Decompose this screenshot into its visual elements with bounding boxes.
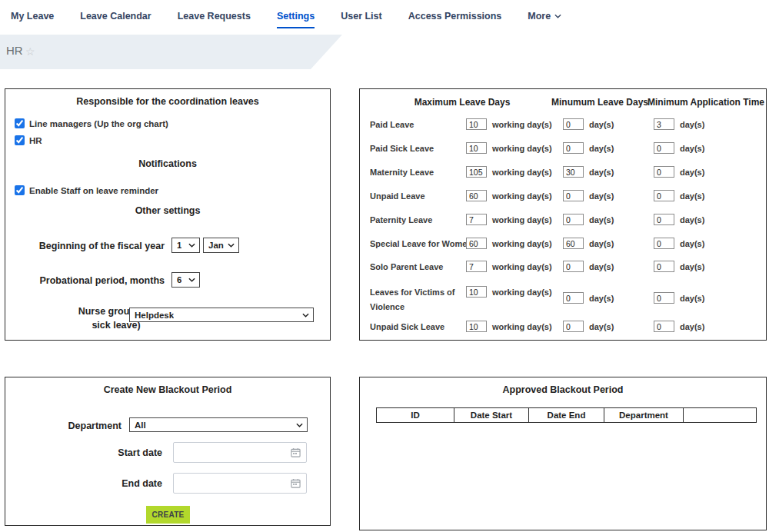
unit-label: day(s): [680, 262, 704, 271]
department-select[interactable]: All: [129, 417, 308, 432]
line-managers-checkbox-row[interactable]: Line managers (Up the org chart): [15, 118, 168, 128]
min-app-time-input[interactable]: [654, 321, 674, 332]
min-days-input[interactable]: [563, 321, 584, 332]
unit-label: day(s): [589, 168, 614, 177]
unit-label: day(s): [589, 144, 614, 153]
max-days-input[interactable]: [466, 286, 487, 298]
tab-access-permissions[interactable]: Access Permissions: [408, 0, 502, 27]
leave-reminder-checkbox[interactable]: [15, 185, 25, 195]
min-days-input[interactable]: [563, 238, 584, 249]
unit-label: working day(s): [492, 120, 552, 129]
line-managers-checkbox[interactable]: [15, 118, 25, 128]
leave-type-label: Paternity Leave: [370, 215, 432, 224]
fiscal-year-label: Beginning of the fiscal year: [5, 241, 165, 251]
tab-my-leave[interactable]: My Leave: [11, 0, 54, 27]
create-blackout-panel: Create New Blackout Period Department Al…: [5, 377, 331, 526]
min-app-time-input[interactable]: [654, 118, 674, 130]
create-button[interactable]: CREATE: [146, 506, 190, 524]
tab-user-list[interactable]: User List: [341, 0, 382, 27]
hr-checkbox[interactable]: [15, 135, 25, 145]
min-days-input[interactable]: [563, 166, 584, 178]
max-days-input[interactable]: [466, 190, 487, 201]
end-date-input[interactable]: [173, 473, 307, 494]
banner-background: [0, 35, 769, 69]
leave-row-paid-leave: Paid Leave working day(s) day(s) day(s): [360, 118, 766, 134]
unit-label: day(s): [680, 144, 704, 153]
max-days-input[interactable]: [466, 166, 487, 178]
calendar-icon[interactable]: [291, 478, 301, 488]
unit-label: day(s): [589, 294, 614, 303]
unit-label: working day(s): [492, 322, 552, 331]
leave-row-victims-of-violence: Leaves for Victims of Violence working d…: [360, 285, 766, 314]
unit-label: day(s): [589, 322, 614, 331]
chevron-down-icon: [302, 313, 309, 318]
fiscal-day-select[interactable]: 1: [171, 238, 200, 253]
leave-type-label: Solo Parent Leave: [370, 262, 443, 271]
unit-label: day(s): [589, 120, 614, 129]
unit-label: day(s): [589, 239, 614, 248]
unit-label: working day(s): [492, 144, 552, 153]
tab-label: Leave Calendar: [80, 11, 151, 22]
min-app-time-input[interactable]: [654, 261, 674, 272]
table-header-row: ID Date Start Date End Department: [377, 408, 757, 423]
start-date-input[interactable]: [173, 442, 307, 463]
select-value: 1: [177, 241, 181, 250]
unit-label: day(s): [680, 322, 704, 331]
tab-leave-calendar[interactable]: Leave Calendar: [80, 0, 151, 27]
leave-reminder-checkbox-row[interactable]: Enable Staff on leave reminder: [15, 185, 158, 195]
leave-type-label: Special Leave for Women: [370, 239, 472, 248]
probation-select[interactable]: 6: [171, 272, 200, 288]
max-days-input[interactable]: [466, 238, 487, 249]
panel-title: Create New Blackout Period: [5, 384, 330, 395]
max-days-input[interactable]: [466, 321, 487, 332]
min-app-time-input[interactable]: [654, 292, 674, 304]
unit-label: day(s): [589, 262, 614, 271]
leave-days-panel: Maximum Leave Days Minumum Leave Days Mi…: [359, 88, 767, 341]
min-days-input[interactable]: [563, 190, 584, 201]
unit-label: working day(s): [492, 215, 552, 224]
unit-label: day(s): [680, 191, 704, 201]
min-days-input[interactable]: [563, 261, 584, 272]
column-header-date-end: Date End: [529, 408, 604, 423]
min-app-time-input[interactable]: [654, 214, 674, 225]
tab-settings[interactable]: Settings: [277, 0, 315, 28]
leave-type-label: Paid Sick Leave: [370, 144, 434, 153]
unit-label: day(s): [680, 239, 704, 248]
select-value: 6: [177, 275, 181, 284]
unit-label: day(s): [680, 120, 704, 129]
leave-type-label: Maternity Leave: [370, 168, 434, 177]
leave-row-special-leave-women: Special Leave for Women working day(s) d…: [360, 238, 766, 253]
min-days-input[interactable]: [563, 292, 584, 304]
min-app-time-input[interactable]: [654, 190, 674, 201]
panel-title: Responsible for the coordination leaves: [5, 96, 330, 107]
chevron-down-icon: [296, 423, 303, 427]
star-icon[interactable]: ☆: [25, 45, 35, 58]
top-navigation: My Leave Leave Calendar Leave Requests S…: [0, 0, 769, 35]
max-days-input[interactable]: [466, 261, 487, 272]
unit-label: day(s): [680, 294, 704, 303]
min-days-input[interactable]: [563, 214, 584, 225]
start-date-label: Start date: [5, 447, 162, 458]
max-days-input[interactable]: [466, 118, 487, 130]
min-days-input[interactable]: [563, 142, 584, 154]
hr-checkbox-row[interactable]: HR: [15, 135, 42, 145]
calendar-icon[interactable]: [291, 447, 301, 457]
notifications-title: Notifications: [5, 158, 330, 169]
tab-leave-requests[interactable]: Leave Requests: [178, 0, 251, 27]
fiscal-month-select[interactable]: Jan: [203, 238, 239, 253]
column-header-app-time: Minimum Application Time: [647, 97, 764, 108]
chevron-down-icon: [188, 278, 195, 282]
approved-blackout-panel: Approved Blackout Period ID Date Start D…: [359, 377, 767, 530]
tab-more[interactable]: More: [528, 0, 561, 27]
column-header-min: Minumum Leave Days: [551, 97, 648, 108]
leave-type-label: Unpaid Leave: [370, 191, 425, 201]
min-days-input[interactable]: [563, 118, 584, 130]
min-app-time-input[interactable]: [654, 166, 674, 178]
chevron-down-icon: [228, 243, 235, 248]
min-app-time-input[interactable]: [654, 238, 674, 249]
min-app-time-input[interactable]: [654, 142, 674, 154]
nurse-group-select[interactable]: Helpdesk: [129, 308, 314, 322]
max-days-input[interactable]: [466, 214, 487, 225]
other-settings-title: Other settings: [5, 205, 330, 216]
max-days-input[interactable]: [466, 142, 487, 154]
